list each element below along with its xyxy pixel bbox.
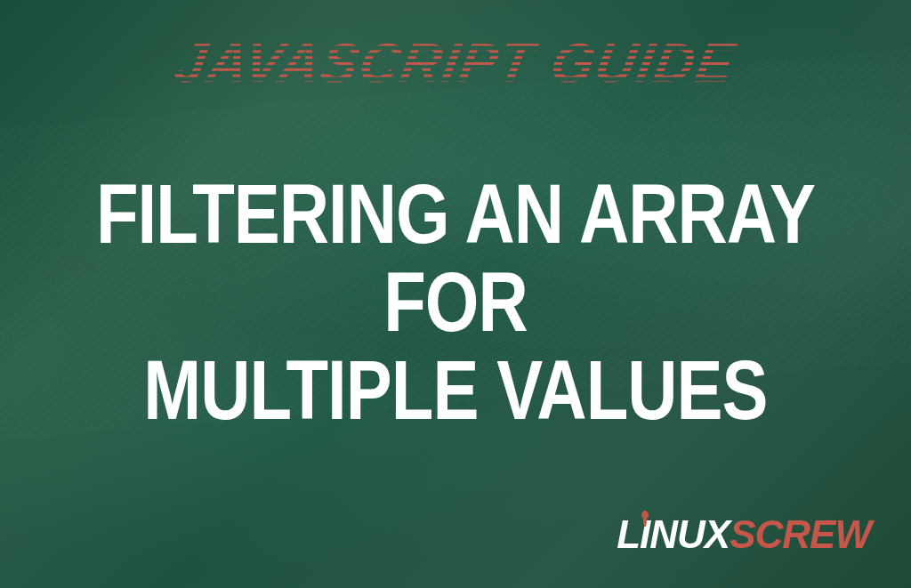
screw-icon (639, 511, 651, 527)
article-title: FILTERING AN ARRAY FOR MULTIPLE VALUES (57, 171, 855, 435)
site-logo: LINUX SCREW (617, 512, 871, 557)
article-banner: JAVASCRIPT GUIDE FILTERING AN ARRAY FOR … (0, 0, 911, 588)
logo-text-screw: SCREW (730, 512, 871, 557)
title-line-1: FILTERING AN ARRAY FOR (57, 171, 855, 347)
title-line-2: MULTIPLE VALUES (57, 347, 855, 435)
category-subtitle: JAVASCRIPT GUIDE (170, 31, 741, 94)
logo-text-linux: LINUX (617, 512, 730, 557)
